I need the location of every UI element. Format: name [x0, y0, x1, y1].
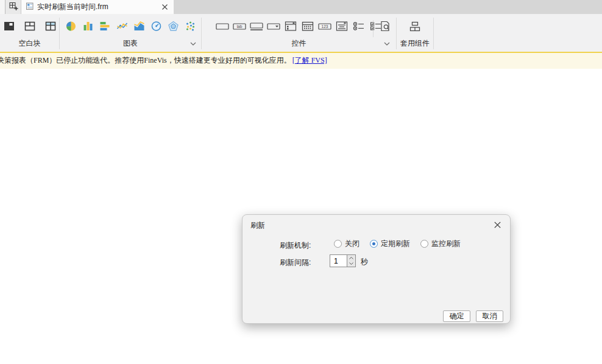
reuse-component-icon[interactable] — [407, 19, 423, 33]
dropdown-icon[interactable] — [266, 19, 282, 33]
tab-title: 实时刷新当前时间.frm — [37, 2, 157, 12]
toolbar-group-reuse: 套用组件 — [397, 14, 433, 52]
grid-plus-icon — [9, 1, 18, 13]
toolbar-group-widgets: lab — [202, 14, 396, 52]
toolbar-group-label: 空白块 — [0, 38, 59, 49]
form-file-icon — [26, 2, 34, 12]
gauge-chart-icon[interactable] — [148, 19, 164, 33]
query-icon[interactable] — [377, 19, 393, 33]
refresh-interval-label: 刷新间隔: — [280, 257, 331, 268]
radio-group-icon[interactable] — [351, 19, 367, 33]
toolbar-group-label: 图表 — [60, 38, 201, 49]
template-list-button[interactable] — [5, 0, 21, 14]
textarea-icon[interactable] — [334, 19, 350, 33]
notice-learn-fvs-link[interactable]: [了解 FVS] — [292, 56, 327, 65]
ok-button[interactable]: 确定 — [443, 310, 470, 322]
radio-icon — [420, 240, 428, 248]
toolbar-group-blank-blocks: 空白块 — [0, 14, 59, 52]
deprecation-notice-bar: 决策报表（FRM）已停止功能迭代。推荐使用FineVis，快速搭建更专业好用的可… — [0, 52, 602, 69]
radio-icon — [370, 240, 378, 248]
radio-option-monitor[interactable]: 监控刷新 — [420, 239, 461, 249]
ribbon-toolbar: 空白块 — [0, 14, 602, 52]
column-chart-icon[interactable] — [80, 19, 96, 33]
tab-block-icon[interactable] — [22, 19, 38, 33]
textbox-icon[interactable] — [214, 19, 230, 33]
line-chart-icon[interactable] — [114, 19, 130, 33]
notice-text: 决策报表（FRM）已停止功能迭代。推荐使用FineVis，快速搭建更专业好用的可… — [0, 53, 291, 68]
svg-text:lab: lab — [236, 24, 242, 29]
designer-window: 实时刷新当前时间.frm 空白块 — [0, 0, 602, 364]
radio-label: 关闭 — [345, 239, 359, 249]
area-chart-icon[interactable] — [131, 19, 147, 33]
refresh-mechanism-radio-group: 关闭 定期刷新 监控刷新 — [334, 239, 461, 249]
refresh-dialog: 刷新 刷新机制: 关闭 定期刷新 监控刷新 刷新间隔: — [242, 214, 511, 324]
interval-input[interactable] — [330, 254, 347, 267]
radio-option-periodic[interactable]: 定期刷新 — [370, 239, 410, 249]
bar-chart-icon[interactable] — [97, 19, 113, 33]
dialog-title: 刷新 — [250, 220, 265, 231]
scatter-chart-icon[interactable] — [182, 19, 198, 33]
toolbar-group-charts: 图表 — [60, 14, 201, 52]
toolbar-subseparator — [373, 20, 374, 37]
spinner-down-icon[interactable] — [347, 261, 355, 267]
radio-label: 定期刷新 — [381, 239, 410, 249]
interval-unit-label: 秒 — [361, 257, 368, 267]
form-panel-icon[interactable] — [283, 19, 299, 33]
radio-icon — [334, 240, 342, 248]
tab-current-template[interactable]: 实时刷新当前时间.frm — [21, 0, 174, 14]
tab-close-icon[interactable] — [160, 3, 169, 12]
svg-text:123: 123 — [321, 24, 328, 29]
toolbar-separator — [433, 18, 434, 49]
radio-option-close[interactable]: 关闭 — [334, 239, 359, 249]
spinner-up-icon[interactable] — [347, 255, 355, 261]
pie-chart-icon[interactable] — [63, 19, 79, 33]
text-editor-icon[interactable] — [249, 19, 264, 33]
dialog-close-icon[interactable] — [492, 220, 502, 229]
toolbar-group-label: 控件 — [202, 38, 396, 49]
absolute-canvas-block-icon[interactable] — [43, 19, 58, 33]
toolbar-group-label: 套用组件 — [397, 38, 433, 49]
radar-chart-icon[interactable] — [165, 19, 181, 33]
chevron-down-icon[interactable] — [384, 39, 390, 47]
chevron-down-icon[interactable] — [190, 39, 196, 47]
report-block-icon[interactable] — [1, 19, 17, 33]
number-widget-icon[interactable]: 123 — [317, 19, 333, 33]
radio-label: 监控刷新 — [431, 239, 461, 249]
date-picker-icon[interactable] — [300, 19, 316, 33]
refresh-mechanism-label: 刷新机制: — [280, 240, 331, 251]
interval-spinner — [347, 254, 356, 267]
cancel-button[interactable]: 取消 — [476, 310, 503, 322]
tabbar-left-strip — [0, 0, 5, 14]
tab-bar: 实时刷新当前时间.frm — [0, 0, 602, 14]
label-widget-icon[interactable]: lab — [232, 19, 247, 33]
